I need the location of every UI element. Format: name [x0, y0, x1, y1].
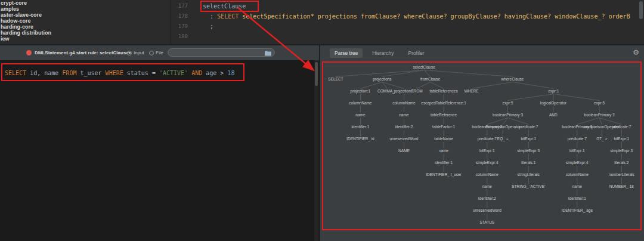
- sql-input-line[interactable]: SELECT id, name FROM t_user WHERE status…: [5, 70, 234, 76]
- parse-tree-node[interactable]: identifier:2: [395, 125, 413, 129]
- parse-tree-node[interactable]: expr:5: [503, 101, 513, 106]
- parse-tree-node[interactable]: booleanPrimary:3: [493, 113, 523, 118]
- parse-tree-node[interactable]: FROM: [411, 89, 423, 94]
- parse-tree-node[interactable]: predicate:7: [519, 125, 538, 129]
- project-tree-item[interactable]: crypt-core: [0, 0, 170, 6]
- radio-file[interactable]: File: [149, 50, 163, 55]
- parse-tree-node[interactable]: columnName: [476, 172, 499, 177]
- project-tree-item[interactable]: aster-slave-core: [0, 12, 170, 18]
- project-tree-item[interactable]: hadow-core: [0, 18, 170, 24]
- parse-tree-node[interactable]: WHERE: [464, 89, 478, 94]
- parse-tree-node[interactable]: tableName: [434, 137, 453, 141]
- parse-tree-node[interactable]: projections: [373, 77, 391, 82]
- parse-tree-node[interactable]: bitExpr:1: [521, 137, 536, 141]
- parse-tree-node[interactable]: IDENTIFIER_ id: [346, 137, 374, 141]
- parse-tree-node[interactable]: GT_ >: [596, 137, 607, 141]
- parse-tree-tabs: Parse treeHierarchyProfiler: [320, 45, 644, 60]
- parse-tree-node[interactable]: columnName: [566, 172, 589, 177]
- parse-tree-node[interactable]: name: [482, 184, 492, 189]
- parse-tree-node[interactable]: SELECT: [328, 77, 343, 82]
- tab-hierarchy[interactable]: Hierarchy: [367, 48, 398, 58]
- parse-tree-node[interactable]: NAME: [398, 149, 410, 153]
- parse-tree-node[interactable]: logicalOperator: [540, 101, 566, 106]
- parse-tree-node[interactable]: IDENTIFIER_ t_user: [426, 172, 462, 177]
- parse-tree-node[interactable]: simpleExpr:3: [610, 149, 633, 153]
- parse-tree-node[interactable]: NUMBER_ 18: [609, 184, 634, 189]
- parse-tree-node[interactable]: simpleExpr:4: [566, 160, 589, 165]
- parse-tree-node[interactable]: columnName: [349, 101, 371, 106]
- parse-tree-node[interactable]: comparisonOperator: [485, 125, 521, 129]
- text-segment: orderB: [608, 13, 630, 20]
- parse-tree-node[interactable]: name: [399, 113, 408, 118]
- parse-tree-node[interactable]: predicate:7: [568, 137, 587, 141]
- preview-scrollbar[interactable]: [314, 60, 318, 241]
- radio-input-dot[interactable]: [127, 51, 132, 55]
- parse-tree-node[interactable]: unreservedWord: [473, 208, 501, 213]
- text-segment: projections: [318, 13, 357, 20]
- parse-tree-node[interactable]: identifier:1: [568, 196, 586, 201]
- editor-line[interactable]: 180: [171, 32, 644, 42]
- tab-parse-tree[interactable]: Parse tree: [330, 48, 363, 58]
- parse-tree-node[interactable]: literals:1: [521, 160, 535, 165]
- parse-tree-node[interactable]: simpleExpr:3: [517, 149, 540, 153]
- parse-tree-node[interactable]: IDENTIFIER_ age: [562, 208, 593, 213]
- editor-scrollbar[interactable]: [639, 1, 643, 19]
- radio-file-dot[interactable]: [149, 51, 154, 55]
- parse-tree-node[interactable]: escapedTableReference:1: [421, 101, 466, 106]
- parse-tree-node[interactable]: selectClause: [413, 65, 435, 70]
- folder-icon[interactable]: [265, 51, 271, 56]
- parse-tree-node[interactable]: predicate:7: [478, 137, 497, 141]
- project-tree-item[interactable]: harding-core: [0, 24, 170, 30]
- project-tree-item[interactable]: iew: [0, 36, 170, 42]
- parse-tree-node[interactable]: booleanPrimary:3: [584, 113, 615, 118]
- parse-tree-node[interactable]: identifier:1: [435, 160, 453, 165]
- parse-tree-node[interactable]: identifier:2: [478, 196, 496, 201]
- parse-tree-node[interactable]: simpleExpr:4: [476, 160, 499, 165]
- parse-tree-node[interactable]: EQ_ =: [497, 137, 509, 141]
- text-segment: fromClause?: [361, 13, 400, 20]
- parse-tree-node[interactable]: fromClause: [420, 77, 440, 82]
- parse-tree-node[interactable]: AND: [549, 113, 558, 118]
- parse-tree-node[interactable]: identifier:1: [351, 125, 369, 129]
- preview-title: DMLStatement.g4 start rule: selectClause: [35, 45, 129, 60]
- project-tree-item[interactable]: harding distribution: [0, 30, 170, 36]
- parse-tree-node[interactable]: whereClause: [501, 77, 524, 82]
- parse-tree-node[interactable]: tableFactor:1: [432, 125, 455, 129]
- parse-tree-node[interactable]: name: [572, 184, 582, 189]
- parse-tree-node[interactable]: name: [355, 113, 365, 118]
- grammar-editor[interactable]: 177selectClause178 : SELECT selectSpecif…: [171, 1, 644, 44]
- radio-file-label: File: [156, 50, 163, 55]
- start-rule-badge-icon: [26, 50, 32, 55]
- parse-tree-node[interactable]: predicate:7: [612, 125, 631, 129]
- text-segment: 'ACTIVE': [159, 70, 188, 76]
- parse-tree-node[interactable]: columnName: [392, 101, 415, 106]
- parse-tree-node[interactable]: projection:1: [351, 89, 371, 94]
- parse-tree-node[interactable]: stringLiterals: [518, 172, 540, 177]
- settings-gear-icon[interactable]: ⚙: [633, 47, 639, 58]
- preview-input-area[interactable]: SELECT id, name FROM t_user WHERE status…: [0, 60, 319, 241]
- editor-line[interactable]: 178 : SELECT selectSpecification* projec…: [171, 11, 644, 21]
- antlr-preview-panel: DMLStatement.g4 start rule: selectClause…: [0, 45, 319, 241]
- parse-tree-node[interactable]: literals:2: [614, 160, 628, 165]
- parse-tree-node[interactable]: name: [439, 149, 448, 153]
- parse-tree-node[interactable]: STATUS: [480, 220, 495, 225]
- parse-tree-node[interactable]: unreservedWord: [389, 137, 418, 141]
- parse-tree-node[interactable]: bitExpr:1: [614, 137, 629, 141]
- editor-line[interactable]: 179 ;: [171, 21, 644, 32]
- parse-tree-node[interactable]: tableReferences: [429, 89, 457, 94]
- editor-line[interactable]: 177selectClause: [171, 1, 644, 11]
- parse-tree-node[interactable]: STRING_ 'ACTIVE': [512, 184, 545, 189]
- parse-tree-node[interactable]: tableReference: [431, 113, 457, 118]
- text-segment: age >: [202, 70, 227, 76]
- parse-tree-node[interactable]: bitExpr:1: [569, 149, 585, 153]
- file-chooser-field[interactable]: [168, 48, 275, 57]
- parse-tree-node[interactable]: expr:1: [548, 89, 559, 94]
- preview-scrollbar-thumb[interactable]: [315, 62, 318, 86]
- parse-tree-node[interactable]: bitExpr:1: [479, 149, 495, 153]
- text-segment: havingClause?: [504, 13, 551, 20]
- parse-tree-node[interactable]: expr:5: [594, 101, 605, 106]
- radio-input[interactable]: Input: [127, 50, 144, 55]
- project-tree-item[interactable]: amples: [0, 6, 170, 12]
- parse-tree-node[interactable]: numberLiterals: [609, 172, 634, 177]
- tab-profiler[interactable]: Profiler: [404, 48, 429, 58]
